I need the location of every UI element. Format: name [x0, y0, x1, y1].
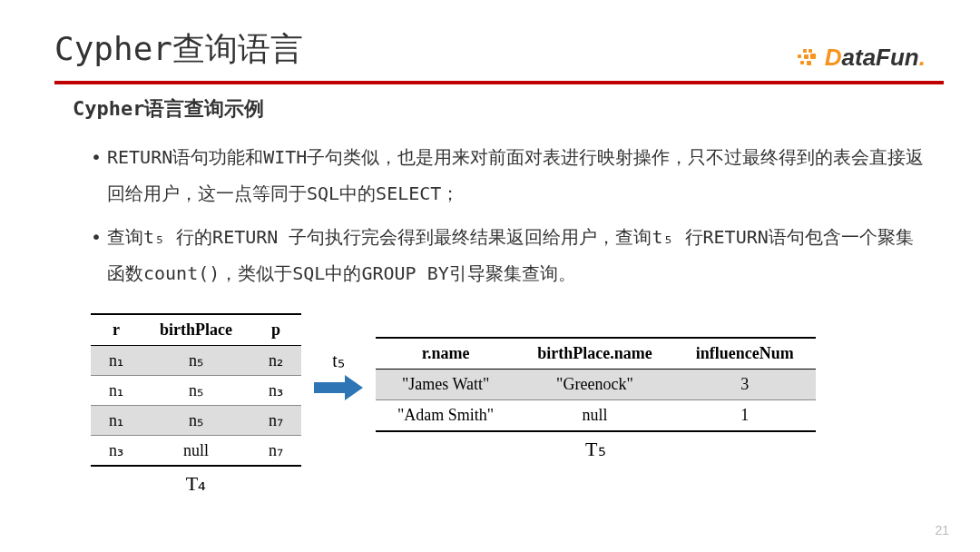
cell: 1	[674, 400, 816, 432]
cell: 3	[674, 370, 816, 400]
table-t4: r birthPlace p n₁ n₅ n₂ n₁ n₅ n₃	[91, 313, 301, 467]
cell: n₅	[142, 346, 250, 376]
cell: null	[515, 400, 673, 432]
t5-header: influenceNum	[674, 338, 816, 370]
cell: "Greenock"	[515, 370, 673, 400]
table-t4-caption: T₄	[186, 472, 206, 496]
table-t5: r.name birthPlace.name influenceNum "Jam…	[376, 337, 816, 432]
cell: n₃	[250, 376, 301, 406]
datafun-logo: DataFun.	[796, 44, 926, 72]
bullet-item: RETURN语句功能和WITH子句类似，也是用来对前面对表进行映射操作，只不过最…	[91, 139, 926, 212]
bullet-list: RETURN语句功能和WITH子句类似，也是用来对前面对表进行映射操作，只不过最…	[73, 139, 926, 291]
table-t4-block: r birthPlace p n₁ n₅ n₂ n₁ n₅ n₃	[91, 313, 301, 496]
page-number: 21	[935, 523, 949, 537]
table-row: n₁ n₅ n₇	[91, 406, 301, 436]
t4-header: r	[91, 314, 142, 346]
logo-dots-icon	[796, 49, 819, 67]
t4-header: birthPlace	[142, 314, 250, 346]
header: Cypher查询语言 DataFun.	[0, 0, 980, 81]
cell: "James Watt"	[376, 370, 515, 400]
subtitle: Cypher语言查询示例	[73, 95, 926, 123]
table-row: n₁ n₅ n₃	[91, 376, 301, 406]
table-t5-block: r.name birthPlace.name influenceNum "Jam…	[376, 337, 816, 461]
t4-header: p	[250, 314, 301, 346]
cell: n₃	[91, 436, 142, 467]
table-row: n₃ null n₇	[91, 436, 301, 467]
table-row: "James Watt" "Greenock" 3	[376, 370, 816, 400]
content-area: Cypher语言查询示例 RETURN语句功能和WITH子句类似，也是用来对前面…	[0, 84, 980, 496]
tables-area: r birthPlace p n₁ n₅ n₂ n₁ n₅ n₃	[73, 313, 926, 496]
cell: null	[142, 436, 250, 467]
cell: n₇	[250, 406, 301, 436]
page-title: Cypher查询语言	[54, 27, 303, 72]
arrow-right-icon	[314, 375, 363, 400]
logo-letter-d: D	[825, 44, 842, 71]
cell: n₂	[250, 346, 301, 376]
cell: "Adam Smith"	[376, 400, 515, 432]
table-row: n₁ n₅ n₂	[91, 346, 301, 376]
cell: n₁	[91, 406, 142, 436]
t5-header: birthPlace.name	[515, 338, 673, 370]
bullet-item: 查询t₅ 行的RETURN 子句执行完会得到最终结果返回给用户，查询t₅ 行RE…	[91, 219, 926, 291]
cell: n₁	[91, 346, 142, 376]
table-row: "Adam Smith" null 1	[376, 400, 816, 432]
cell: n₇	[250, 436, 301, 467]
arrow-block: t₅	[314, 350, 363, 400]
cell: n₅	[142, 376, 250, 406]
t5-header: r.name	[376, 338, 515, 370]
arrow-label: t₅	[332, 350, 345, 371]
table-t5-caption: T₅	[585, 438, 605, 461]
logo-dot: .	[919, 44, 926, 71]
cell: n₁	[91, 376, 142, 406]
cell: n₅	[142, 406, 250, 436]
logo-rest: ataFun	[842, 44, 919, 71]
